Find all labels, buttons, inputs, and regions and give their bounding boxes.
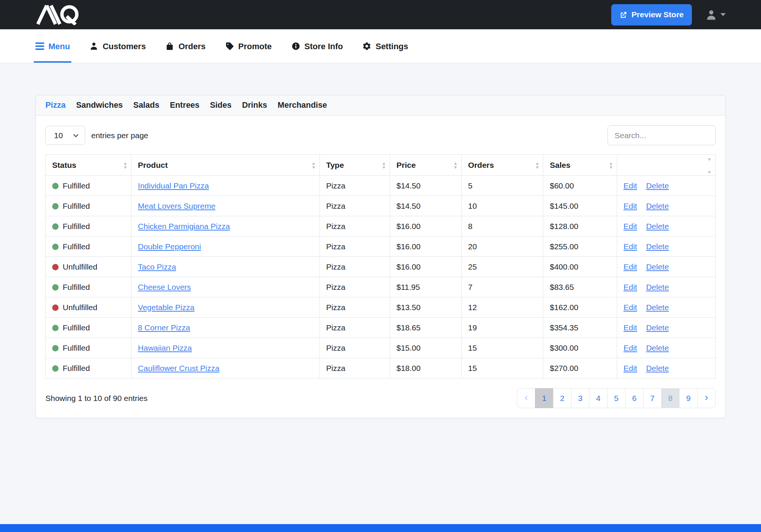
product-link[interactable]: Hawaiian Pizza bbox=[138, 344, 192, 352]
type-cell: Pizza bbox=[319, 358, 390, 378]
product-link[interactable]: Cheese Lovers bbox=[138, 283, 191, 291]
orders-cell: 20 bbox=[461, 237, 543, 257]
status-cell: Fulfilled bbox=[46, 338, 131, 358]
edit-link[interactable]: Edit bbox=[624, 222, 637, 231]
chevron-down-icon bbox=[73, 134, 79, 137]
product-cell: Double Pepperoni bbox=[131, 237, 319, 257]
pagination-page-3[interactable]: 3 bbox=[571, 388, 589, 408]
delete-link[interactable]: Delete bbox=[646, 364, 669, 372]
status-cell: Fulfilled bbox=[46, 318, 131, 338]
preview-store-button[interactable]: Preview Store bbox=[611, 4, 692, 26]
table-row: FulfilledCauliflower Crust PizzaPizza$18… bbox=[46, 358, 716, 378]
status-dot-fulfilled bbox=[52, 365, 59, 372]
nav-item-customers[interactable]: Customers bbox=[89, 29, 146, 63]
info-icon bbox=[291, 42, 300, 51]
price-cell: $18.65 bbox=[390, 318, 461, 338]
pagination-page-8[interactable]: 8 bbox=[661, 388, 680, 408]
entries-per-page-select[interactable]: 10 bbox=[45, 126, 85, 145]
pagination-page-6[interactable]: 6 bbox=[625, 388, 643, 408]
sales-cell: $354.35 bbox=[543, 318, 617, 338]
nav-item-menu[interactable]: Menu bbox=[35, 29, 70, 63]
product-link[interactable]: Vegetable Pizza bbox=[138, 303, 194, 312]
pagination-page-1[interactable]: 1 bbox=[535, 388, 553, 408]
delete-link[interactable]: Delete bbox=[646, 344, 669, 352]
sort-icon: ▾▴ bbox=[708, 157, 711, 173]
sales-cell: $83.65 bbox=[543, 277, 617, 297]
type-cell: Pizza bbox=[319, 297, 390, 318]
account-menu[interactable] bbox=[705, 9, 726, 21]
column-header-sales[interactable]: Sales▴▾ bbox=[543, 155, 617, 176]
tab-drinks[interactable]: Drinks bbox=[242, 101, 267, 110]
edit-link[interactable]: Edit bbox=[624, 364, 637, 372]
product-link[interactable]: Chicken Parmigiana Pizza bbox=[138, 222, 230, 231]
pagination-page-7[interactable]: 7 bbox=[643, 388, 662, 408]
edit-link[interactable]: Edit bbox=[624, 283, 637, 291]
delete-link[interactable]: Delete bbox=[646, 242, 669, 251]
type-cell: Pizza bbox=[319, 196, 390, 216]
edit-link[interactable]: Edit bbox=[624, 262, 637, 271]
product-link[interactable]: Individual Pan Pizza bbox=[138, 181, 209, 190]
table-row: FulfilledHawaiian PizzaPizza$15.0015$300… bbox=[46, 338, 716, 358]
type-cell: Pizza bbox=[319, 257, 390, 277]
gear-icon bbox=[362, 42, 371, 51]
pagination-page-4[interactable]: 4 bbox=[589, 388, 607, 408]
column-header-orders[interactable]: Orders▴▾ bbox=[461, 155, 543, 176]
delete-link[interactable]: Delete bbox=[646, 283, 669, 291]
delete-link[interactable]: Delete bbox=[646, 323, 669, 332]
product-link[interactable]: Double Pepperoni bbox=[138, 242, 201, 251]
delete-link[interactable]: Delete bbox=[646, 181, 669, 190]
pagination-next[interactable]: › bbox=[697, 388, 716, 408]
product-link[interactable]: Taco Pizza bbox=[138, 262, 176, 271]
edit-link[interactable]: Edit bbox=[624, 344, 637, 352]
column-header-product[interactable]: Product▴▾ bbox=[131, 155, 319, 176]
bag-icon bbox=[165, 42, 174, 51]
tab-pizza[interactable]: Pizza bbox=[45, 101, 66, 110]
delete-link[interactable]: Delete bbox=[646, 222, 669, 231]
column-header-actions[interactable]: ▾▴ bbox=[617, 155, 715, 176]
column-header-status[interactable]: Status▴▾ bbox=[46, 155, 131, 176]
actions-cell: EditDelete bbox=[617, 297, 715, 318]
pagination-page-5[interactable]: 5 bbox=[607, 388, 625, 408]
type-cell: Pizza bbox=[319, 176, 390, 196]
tab-entrees[interactable]: Entrees bbox=[170, 101, 199, 110]
products-card: PizzaSandwichesSaladsEntreesSidesDrinksM… bbox=[35, 95, 726, 418]
status-label: Fulfilled bbox=[63, 323, 90, 332]
tab-sides[interactable]: Sides bbox=[210, 101, 231, 110]
entries-summary: Showing 1 to 10 of 90 entries bbox=[45, 394, 148, 403]
status-label: Unfulfilled bbox=[63, 262, 97, 271]
delete-link[interactable]: Delete bbox=[646, 262, 669, 271]
nav-item-settings[interactable]: Settings bbox=[362, 29, 408, 63]
pagination-prev[interactable]: ‹ bbox=[517, 388, 535, 408]
product-cell: 8 Corner Pizza bbox=[131, 318, 319, 338]
logo[interactable] bbox=[35, 4, 81, 25]
product-link[interactable]: Meat Lovers Supreme bbox=[138, 202, 215, 210]
tab-sandwiches[interactable]: Sandwiches bbox=[76, 101, 123, 110]
edit-link[interactable]: Edit bbox=[624, 303, 637, 312]
edit-link[interactable]: Edit bbox=[624, 202, 637, 210]
topbar: Preview Store bbox=[0, 0, 761, 29]
nav-item-store-info[interactable]: Store Info bbox=[291, 29, 343, 63]
product-link[interactable]: Cauliflower Crust Pizza bbox=[138, 364, 219, 372]
delete-link[interactable]: Delete bbox=[646, 303, 669, 312]
nav-item-orders[interactable]: Orders bbox=[165, 29, 205, 63]
sales-cell: $162.00 bbox=[543, 297, 617, 318]
tab-salads[interactable]: Salads bbox=[133, 101, 159, 110]
pagination-page-2[interactable]: 2 bbox=[553, 388, 571, 408]
column-header-price[interactable]: Price▴▾ bbox=[390, 155, 461, 176]
sales-cell: $270.00 bbox=[543, 358, 617, 378]
pagination-page-9[interactable]: 9 bbox=[679, 388, 698, 408]
search-input[interactable] bbox=[607, 125, 716, 145]
edit-link[interactable]: Edit bbox=[624, 242, 637, 251]
orders-cell: 12 bbox=[461, 297, 543, 318]
edit-link[interactable]: Edit bbox=[624, 181, 637, 190]
category-tabs: PizzaSandwichesSaladsEntreesSidesDrinksM… bbox=[36, 95, 725, 116]
edit-link[interactable]: Edit bbox=[624, 323, 637, 332]
product-link[interactable]: 8 Corner Pizza bbox=[138, 323, 190, 332]
delete-link[interactable]: Delete bbox=[646, 202, 669, 210]
tab-merchandise[interactable]: Merchandise bbox=[278, 101, 327, 110]
column-header-type[interactable]: Type▴▾ bbox=[319, 155, 390, 176]
table-row: FulfilledDouble PepperoniPizza$16.0020$2… bbox=[46, 237, 716, 257]
nav-item-promote[interactable]: Promote bbox=[225, 29, 272, 63]
status-cell: Unfulfilled bbox=[46, 257, 131, 277]
sort-icon: ▴▾ bbox=[536, 161, 538, 169]
